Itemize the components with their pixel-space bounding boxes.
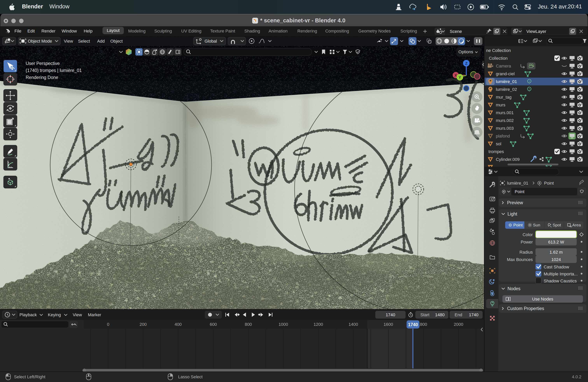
svg-text:200: 200 [140,322,147,327]
svg-text:Spot: Spot [553,223,561,227]
svg-text:Cast Shadow: Cast Shadow [544,265,569,269]
svg-text:Object Mode: Object Mode [28,39,52,43]
svg-text:2000: 2000 [454,322,463,327]
svg-text:grand-ciel: grand-ciel [496,71,515,76]
svg-text:Preview: Preview [507,200,523,205]
svg-text:Add: Add [97,39,105,43]
svg-text:1600: 1600 [384,322,393,327]
svg-text:murs.003: murs.003 [496,126,514,131]
svg-text:Area: Area [572,223,581,227]
svg-text:Light: Light [507,212,517,216]
svg-text:Sun: Sun [533,223,540,227]
svg-text:Playback: Playback [20,312,37,317]
svg-text:murs.001: murs.001 [496,110,514,115]
svg-text:lumière_01: lumière_01 [507,181,528,186]
svg-text:1.62 m: 1.62 m [549,250,563,255]
svg-text:4.0.2: 4.0.2 [572,374,581,379]
svg-text:Color: Color [523,232,533,237]
svg-text:Select Left/Right: Select Left/Right [14,374,45,379]
svg-text:Start: Start [420,312,429,317]
svg-text:800: 800 [245,322,252,327]
svg-text:murs: murs [496,103,505,107]
svg-text:0: 0 [107,322,109,327]
svg-text:Multiple Importa...: Multiple Importa... [544,272,578,276]
svg-text:Y: Y [459,75,461,80]
svg-text:Power: Power [521,240,533,244]
svg-text:lumière_01: lumière_01 [496,79,517,84]
svg-text:Point: Point [544,181,554,186]
svg-text:1740: 1740 [408,322,418,327]
svg-text:sol: sol [496,141,501,146]
svg-text:1740: 1740 [386,312,395,317]
svg-text:mur_tag: mur_tag [496,95,512,100]
svg-text:Marker: Marker [88,312,101,317]
svg-text:plafond: plafond [496,134,510,138]
svg-text:Use Nodes: Use Nodes [532,297,553,301]
svg-text:Keying: Keying [48,312,61,317]
svg-text:Collection: Collection [489,56,508,61]
svg-text:Lasso Select: Lasso Select [178,374,203,379]
svg-text:Global: Global [205,39,217,43]
svg-text:Custom Properties: Custom Properties [507,306,544,311]
svg-text:View: View [64,39,73,43]
svg-text:Scene: Scene [450,29,462,34]
svg-text:1400: 1400 [349,322,358,327]
svg-text:Max Bounces: Max Bounces [507,257,533,262]
svg-text:Point: Point [515,189,525,194]
svg-text:View: View [73,312,82,317]
svg-text:Nodes: Nodes [507,286,520,291]
svg-text:Object: Object [110,39,123,43]
svg-text:Point: Point [513,223,523,227]
svg-text:1200: 1200 [314,322,323,327]
svg-text:1000: 1000 [279,322,288,327]
svg-text:1480: 1480 [435,312,445,317]
svg-text:Z: Z [465,61,467,65]
svg-text:1740: 1740 [469,312,479,317]
svg-text:trompes: trompes [488,149,504,154]
svg-text:murs.002: murs.002 [496,118,514,123]
svg-text:Cylinder.009: Cylinder.009 [496,157,520,162]
svg-text:1024: 1024 [551,257,561,262]
svg-text:lumière_02: lumière_02 [496,87,517,92]
svg-text:Shadow Caustics: Shadow Caustics [544,278,577,283]
svg-text:Camera: Camera [496,64,511,68]
svg-text:Select: Select [78,39,90,43]
svg-text:ne Collection: ne Collection [486,48,511,53]
svg-text:End: End [455,312,462,317]
svg-text:ViewLayer: ViewLayer [526,29,546,34]
svg-text:400: 400 [175,322,182,327]
svg-text:600: 600 [210,322,217,327]
svg-text:613.2 W: 613.2 W [548,240,564,244]
svg-text:Radius: Radius [520,250,533,255]
